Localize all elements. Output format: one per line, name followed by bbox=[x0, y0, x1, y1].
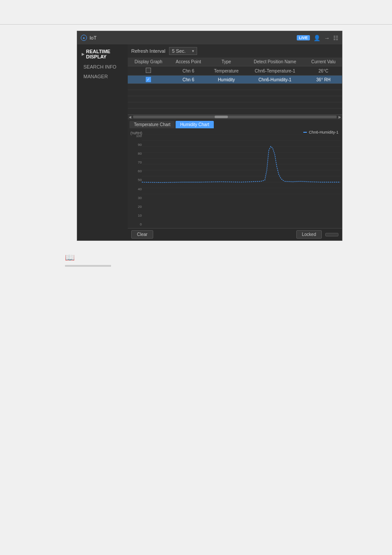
top-rule bbox=[0, 24, 392, 25]
scroll-right-arrow[interactable]: ▶ bbox=[338, 115, 341, 119]
table-row bbox=[128, 84, 342, 90]
book-area: 📖 bbox=[65, 253, 111, 267]
footer-bar: Clear Locked bbox=[128, 228, 342, 240]
cell-access-point-1: Chn 6 bbox=[169, 66, 207, 76]
extra-button[interactable] bbox=[325, 233, 338, 236]
legend-label: Chn6-Humidity-1 bbox=[309, 130, 338, 134]
sidebar-item-manager[interactable]: MANAGER bbox=[77, 72, 128, 81]
refresh-bar: Refresh Interval 1 Sec. 5 Sec. 10 Sec. 3… bbox=[128, 44, 342, 58]
chart-area: (%RH) Chn6-Humidity-1 100 90 80 70 60 50… bbox=[128, 128, 342, 228]
y-tick: 30 bbox=[129, 196, 142, 200]
cell-detect-1: Chn6-Temperature-1 bbox=[245, 66, 305, 76]
scroll-thumb-inner bbox=[215, 116, 228, 118]
checkbox-checked[interactable]: ✓ bbox=[146, 77, 151, 82]
table-row bbox=[128, 109, 342, 115]
clear-button[interactable]: Clear bbox=[131, 230, 153, 239]
grid-icon[interactable]: ☷ bbox=[333, 35, 338, 41]
y-axis: 100 90 80 70 60 50 40 30 20 10 0 bbox=[129, 134, 142, 226]
main-content: Refresh Interval 1 Sec. 5 Sec. 10 Sec. 3… bbox=[128, 44, 342, 240]
app-body: REALTIME DISPLAY SEARCH INFO MANAGER Ref… bbox=[77, 44, 342, 240]
cell-detect-2: Chn6-Humidity-1 bbox=[245, 76, 305, 84]
legend-dot bbox=[303, 132, 307, 133]
y-tick: 0 bbox=[129, 223, 142, 226]
locked-label: Locked bbox=[296, 230, 322, 239]
y-tick: 50 bbox=[129, 178, 142, 182]
col-detect-position: Detect Position Name bbox=[245, 58, 305, 66]
book-underline bbox=[65, 265, 111, 267]
table-row[interactable]: Chn 6 Temperature Chn6-Temperature-1 26°… bbox=[128, 66, 342, 76]
scroll-thumb[interactable] bbox=[133, 116, 337, 118]
person-icon[interactable]: 👤 bbox=[313, 35, 320, 41]
table-row[interactable]: ✓ Chn 6 Humidity Chn6-Humidity-1 36° RH bbox=[128, 76, 342, 84]
book-icon: 📖 bbox=[65, 253, 111, 262]
y-tick: 90 bbox=[129, 143, 142, 147]
app-title: IoT bbox=[90, 35, 97, 40]
chart-legend: Chn6-Humidity-1 bbox=[303, 130, 338, 134]
scroll-left-arrow[interactable]: ◀ bbox=[129, 115, 131, 119]
y-tick: 70 bbox=[129, 161, 142, 164]
refresh-select-wrapper[interactable]: 1 Sec. 5 Sec. 10 Sec. 30 Sec. 60 Sec. bbox=[169, 47, 197, 55]
table-row bbox=[128, 90, 342, 96]
cell-checkbox-1[interactable] bbox=[128, 66, 169, 76]
cell-value-1: 26°C bbox=[305, 66, 342, 76]
y-tick: 100 bbox=[129, 134, 142, 138]
cell-checkbox-2[interactable]: ✓ bbox=[128, 76, 169, 84]
table-row bbox=[128, 96, 342, 102]
chart-tabs: Temperature Chart Humidity Chart bbox=[128, 119, 342, 128]
checkbox-unchecked[interactable] bbox=[146, 68, 151, 73]
tab-temperature-chart[interactable]: Temperature Chart bbox=[129, 121, 175, 128]
globe-icon: ● bbox=[81, 35, 87, 41]
col-display-graph: Display Graph bbox=[128, 58, 169, 66]
data-table: Display Graph Access Point Type Detect P… bbox=[128, 58, 342, 115]
refresh-interval-select[interactable]: 1 Sec. 5 Sec. 10 Sec. 30 Sec. 60 Sec. bbox=[169, 47, 197, 55]
app-window: ● IoT LIVE 👤 → ☷ REALTIME DISPLAY SEARCH… bbox=[77, 31, 342, 241]
y-tick: 40 bbox=[129, 188, 142, 191]
y-tick: 10 bbox=[129, 214, 142, 218]
sidebar-item-realtime-label: REALTIME DISPLAY bbox=[86, 49, 123, 59]
humidity-chart-svg bbox=[142, 134, 340, 194]
title-bar-right: LIVE 👤 → ☷ bbox=[297, 35, 338, 41]
live-badge: LIVE bbox=[297, 35, 310, 40]
title-bar: ● IoT LIVE 👤 → ☷ bbox=[77, 31, 342, 44]
col-access-point: Access Point bbox=[169, 58, 207, 66]
y-tick: 60 bbox=[129, 170, 142, 173]
humidity-line bbox=[142, 146, 340, 182]
cell-type-1: Temperature bbox=[208, 66, 245, 76]
sidebar: REALTIME DISPLAY SEARCH INFO MANAGER bbox=[77, 44, 128, 240]
logout-icon[interactable]: → bbox=[324, 35, 330, 41]
sidebar-item-search[interactable]: SEARCH INFO bbox=[77, 62, 128, 72]
col-current-value: Current Valu bbox=[305, 58, 342, 66]
cell-access-point-2: Chn 6 bbox=[169, 76, 207, 84]
y-tick: 20 bbox=[129, 205, 142, 209]
table-row bbox=[128, 102, 342, 109]
y-tick: 80 bbox=[129, 152, 142, 156]
cell-type-2: Humidity bbox=[208, 76, 245, 84]
title-bar-left: ● IoT bbox=[81, 35, 97, 41]
cell-value-2: 36° RH bbox=[305, 76, 342, 84]
col-type: Type bbox=[208, 58, 245, 66]
tab-humidity-chart[interactable]: Humidity Chart bbox=[176, 121, 213, 128]
sidebar-item-realtime[interactable]: REALTIME DISPLAY bbox=[77, 46, 128, 62]
scroll-track[interactable]: ◀ ▶ bbox=[128, 115, 342, 119]
refresh-label: Refresh Interval bbox=[131, 48, 165, 54]
